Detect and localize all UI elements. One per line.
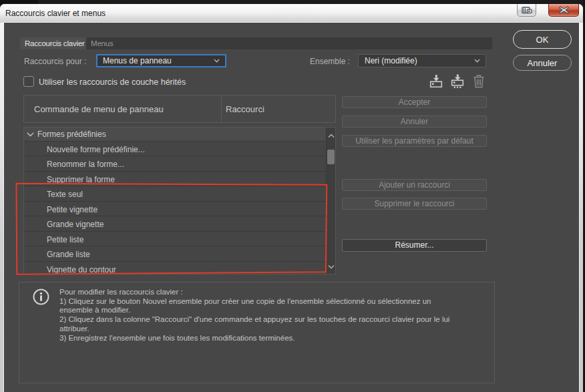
delete-set-button[interactable] <box>472 74 485 88</box>
legacy-shortcuts-checkbox[interactable] <box>23 76 34 87</box>
scrollbar[interactable] <box>326 128 335 274</box>
tab-bar: Raccourcis clavier Menus <box>20 37 492 49</box>
scroll-up-icon[interactable] <box>328 134 335 138</box>
titlebar[interactable]: Raccourcis clavier et menus <box>0 4 583 23</box>
list-row-label: Texte seul <box>47 190 83 199</box>
list-row-label: Renommer la forme... <box>47 160 124 169</box>
set-select[interactable]: Neri (modifiée) <box>358 54 486 67</box>
info-line: Pour modifier les raccourcis clavier : <box>59 288 460 297</box>
save-set-button[interactable] <box>429 74 443 88</box>
set-label: Ensemble : <box>310 55 350 68</box>
scrollbar-thumb[interactable] <box>327 150 335 164</box>
shortcuts-for-value: Menus de panneau <box>103 56 172 65</box>
list-row[interactable]: Renommer la forme... <box>24 156 327 171</box>
undo-button[interactable]: Annuler <box>342 116 487 128</box>
accept-button[interactable]: Accepter <box>342 96 487 108</box>
list-row[interactable]: Petite vignette <box>24 201 327 216</box>
list-row[interactable]: Grande liste <box>24 246 327 261</box>
window-title: Raccourcis clavier et menus <box>5 9 106 18</box>
delete-shortcut-button[interactable]: Supprimer le raccourci <box>342 198 487 210</box>
list-row-label: Nouvelle forme prédéfinie... <box>47 145 145 154</box>
save-set-icon <box>429 74 443 88</box>
info-line: 3) Enregistrez l'ensemble une fois toute… <box>59 334 460 343</box>
scroll-down-icon[interactable] <box>328 264 335 269</box>
info-line: attribuer. <box>59 325 460 334</box>
legacy-shortcuts-label: Utiliser les raccourcis de couche hérité… <box>39 77 186 87</box>
tab-menus-label: Menus <box>91 39 114 47</box>
list-row-label: Supprimer la forme <box>47 175 115 184</box>
dialog-window: Raccourcis clavier et menus Raccourcis c… <box>0 4 583 392</box>
info-panel: Pour modifier les raccourcis clavier : 1… <box>19 282 495 383</box>
list-row-label: Grande vignette <box>47 220 104 229</box>
shortcuts-for-select[interactable]: Menus de panneau <box>96 54 226 67</box>
column-shortcut-header: Raccourci <box>226 95 264 122</box>
shortcut-list: Formes prédéfinies Nouvelle forme prédéf… <box>23 127 336 274</box>
list-row[interactable]: Nouvelle forme prédéfinie... <box>24 141 327 156</box>
save-set-as-button[interactable] <box>451 74 464 88</box>
chevron-down-icon <box>214 59 220 63</box>
info-icon <box>33 288 49 305</box>
list-row-label: Petite liste <box>47 235 83 244</box>
info-line: 2) Cliquez dans la colonne "Raccourci" d… <box>59 315 460 325</box>
info-line: ensemble à modifier. <box>59 306 460 315</box>
list-row-label: Grande liste <box>47 250 90 259</box>
chevron-down-icon <box>474 59 480 63</box>
dialog-icon <box>522 7 532 14</box>
column-divider <box>221 95 222 122</box>
dialog-body: Raccourcis clavier Menus Raccourcis pour… <box>4 23 579 392</box>
list-row[interactable]: Petite liste <box>24 231 327 246</box>
column-command-header: Commande de menu de panneau <box>34 95 164 122</box>
list-row-group[interactable]: Formes prédéfinies <box>24 128 327 141</box>
save-set-as-icon <box>451 74 464 88</box>
info-line: 1) Cliquez sur le bouton Nouvel ensemble… <box>59 297 460 307</box>
list-header: Commande de menu de panneau Raccourci <box>23 95 336 123</box>
list-row-label: Vignette du contour <box>47 265 116 274</box>
list-row-label: Formes prédéfinies <box>37 130 106 139</box>
summary-button[interactable]: Résumer... <box>342 239 487 252</box>
shortcuts-for-label: Raccourcis pour : <box>24 55 86 68</box>
list-row[interactable]: Supprimer la forme <box>24 171 327 186</box>
tab-menus[interactable]: Menus <box>87 37 118 49</box>
close-icon <box>559 6 569 14</box>
expander-chevron-icon[interactable] <box>27 132 34 137</box>
list-row[interactable]: Vignette du contour <box>24 261 327 274</box>
ok-button[interactable]: OK <box>513 30 572 49</box>
tab-keyboard-shortcuts-label: Raccourcis clavier <box>25 39 85 47</box>
add-shortcut-button[interactable]: Ajouter un raccourci <box>342 179 487 191</box>
window-dialog-icon-button[interactable] <box>517 4 536 17</box>
use-defaults-button[interactable]: Utiliser les paramètres par défaut <box>342 135 487 147</box>
set-value: Neri (modifiée) <box>365 56 417 65</box>
info-text: Pour modifier les raccourcis clavier : 1… <box>59 288 460 343</box>
tab-keyboard-shortcuts[interactable]: Raccourcis clavier <box>20 37 86 49</box>
cancel-button[interactable]: Annuler <box>513 55 572 71</box>
list-row[interactable]: Texte seul <box>24 186 327 201</box>
delete-set-icon <box>472 74 485 88</box>
close-button[interactable] <box>548 4 579 17</box>
list-row-label: Petite vignette <box>47 205 98 214</box>
list-row[interactable]: Grande vignette <box>24 216 327 231</box>
